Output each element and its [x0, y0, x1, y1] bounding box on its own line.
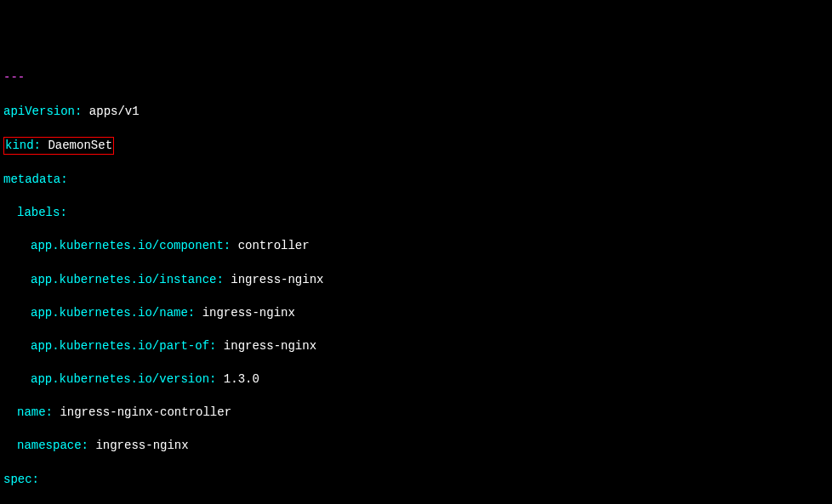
val-instance: ingress-nginx: [224, 273, 324, 286]
yaml-doc-separator: ---: [3, 70, 829, 87]
yaml-line: namespace: ingress-nginx: [3, 438, 829, 455]
val-component: controller: [231, 239, 309, 252]
highlight-box-kind: kind: DaemonSet: [3, 137, 114, 156]
yaml-line: app.kubernetes.io/instance: ingress-ngin…: [3, 272, 829, 289]
yaml-line: labels:: [3, 205, 829, 222]
val-version: 1.3.0: [216, 372, 259, 386]
key-spec: spec:: [3, 473, 39, 486]
key-kind: kind:: [5, 139, 41, 152]
yaml-line-highlighted: kind: DaemonSet: [3, 137, 829, 156]
val-kind: DaemonSet: [41, 139, 112, 152]
key-labels: labels:: [17, 206, 67, 219]
yaml-line: name: ingress-nginx-controller: [3, 405, 829, 422]
key-component: app.kubernetes.io/component:: [31, 239, 231, 252]
yaml-line: app.kubernetes.io/name: ingress-nginx: [3, 305, 829, 322]
val-name: ingress-nginx-controller: [53, 405, 231, 419]
key-metadata: metadata:: [3, 173, 68, 186]
val-name-label: ingress-nginx: [195, 306, 295, 320]
yaml-line: apiVersion: apps/v1: [3, 104, 829, 121]
key-partof: app.kubernetes.io/part-of:: [31, 339, 216, 353]
key-namespace: namespace:: [17, 439, 88, 452]
key-name-label: app.kubernetes.io/name:: [31, 306, 195, 320]
key-version: app.kubernetes.io/version:: [31, 372, 216, 386]
val-namespace: ingress-nginx: [88, 439, 189, 452]
val-apiVersion: apps/v1: [82, 105, 139, 118]
yaml-line: app.kubernetes.io/version: 1.3.0: [3, 371, 829, 388]
yaml-line: app.kubernetes.io/part-of: ingress-nginx: [3, 338, 829, 355]
key-name: name:: [17, 405, 53, 419]
yaml-line: app.kubernetes.io/component: controller: [3, 238, 829, 255]
val-partof: ingress-nginx: [216, 339, 316, 353]
key-apiVersion: apiVersion:: [3, 105, 82, 118]
yaml-line: metadata:: [3, 172, 829, 189]
key-instance: app.kubernetes.io/instance:: [31, 273, 224, 286]
doc-sep-text: ---: [3, 71, 25, 84]
yaml-line: spec:: [3, 472, 829, 489]
